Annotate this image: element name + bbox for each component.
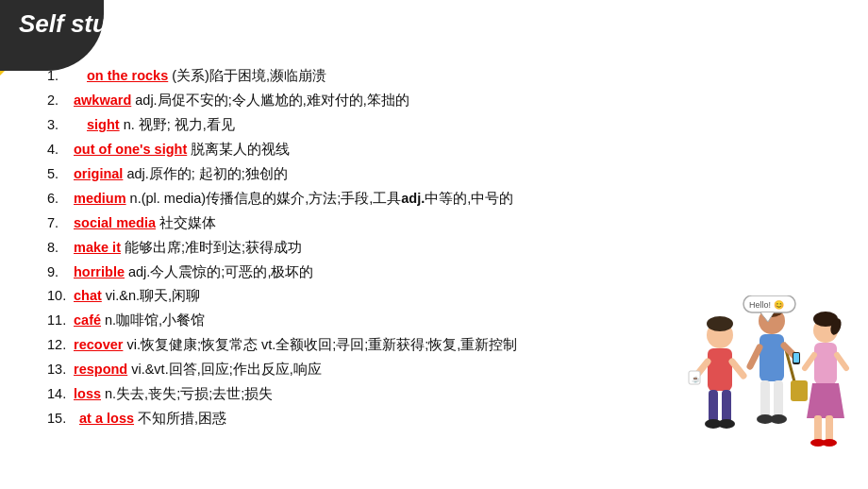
list-item: 3. sight n. 视野; 视力,看见	[47, 113, 679, 137]
definition: 社交媒体	[159, 211, 216, 235]
definition: 不知所措,困惑	[138, 407, 226, 430]
vocabulary-list: 1. on the rocks (关系)陷于困境,濒临崩溃 2. awkward…	[47, 64, 679, 480]
list-item: 1. on the rocks (关系)陷于困境,濒临崩溃	[47, 64, 679, 88]
keyword: on the rocks	[87, 64, 168, 88]
keyword: make it	[74, 236, 121, 260]
list-item: 5. original adj.原作的; 起初的;独创的	[47, 162, 679, 186]
svg-rect-7	[709, 390, 718, 423]
svg-point-23	[770, 414, 787, 424]
svg-text:Hello! 😊: Hello! 😊	[749, 299, 785, 311]
keyword: chat	[74, 284, 102, 308]
svg-point-10	[718, 419, 735, 429]
svg-text:☕: ☕	[692, 375, 700, 383]
list-item: 2. awkward adj.局促不安的;令人尴尬的,难对付的,笨拙的	[47, 89, 679, 112]
keyword: loss	[74, 382, 101, 406]
item-number: 12.	[47, 333, 74, 357]
item-number: 11.	[47, 309, 74, 332]
definition: n.咖啡馆,小餐馆	[105, 309, 205, 332]
svg-rect-2	[708, 348, 732, 391]
definition: n.(pl. media)传播信息的媒介,方法;手段,工具adj.中等的,中号的	[130, 187, 514, 211]
item-number: 15.	[47, 407, 74, 430]
definition: (关系)陷于困境,濒临崩溃	[172, 64, 326, 88]
svg-rect-27	[814, 343, 837, 384]
item-number: 10.	[47, 284, 74, 308]
definition: 能够出席;准时到达;获得成功	[125, 236, 302, 260]
keyword: respond	[74, 358, 127, 381]
svg-rect-20	[760, 380, 770, 418]
list-item: 15. at a loss 不知所措,困惑	[47, 407, 679, 430]
item-number: 13.	[47, 358, 74, 381]
svg-rect-13	[760, 334, 784, 381]
definition: adj.今人震惊的;可恶的,极坏的	[128, 261, 313, 284]
definition: 脱离某人的视线	[191, 138, 290, 161]
list-item: 7. social media 社交媒体	[47, 211, 679, 235]
svg-line-28	[805, 355, 814, 368]
item-number: 6.	[47, 187, 74, 211]
item-number: 3.	[47, 113, 74, 137]
keyword: original	[74, 162, 123, 186]
people-illustration: ☕	[684, 291, 859, 480]
keyword: sight	[87, 113, 120, 137]
definition: adj.局促不安的;令人尴尬的,难对付的,笨拙的	[135, 89, 409, 112]
item-number: 14.	[47, 382, 74, 406]
definition: vi.恢复健康;恢复常态 vt.全额收回;寻回;重新获得;恢复,重新控制	[126, 333, 517, 357]
item-number: 5.	[47, 162, 74, 186]
page-title: Self study (5 mins)	[19, 9, 237, 39]
list-item: 9. horrible adj.今人震惊的;可恶的,极坏的	[47, 261, 679, 284]
svg-rect-8	[722, 390, 731, 423]
list-item: 11. café n.咖啡馆,小餐馆	[47, 309, 679, 332]
item-number: 7.	[47, 211, 74, 235]
svg-point-34	[822, 439, 837, 447]
list-item: 4. out of one's sight 脱离某人的视线	[47, 138, 679, 161]
svg-line-16	[750, 347, 760, 366]
definition: n. 视野; 视力,看见	[124, 113, 235, 137]
svg-rect-32	[826, 415, 833, 442]
list-item: 6. medium n.(pl. media)传播信息的媒介,方法;手段,工具a…	[47, 187, 679, 211]
keyword: horrible	[74, 261, 125, 284]
svg-point-1	[707, 316, 733, 331]
keyword: medium	[74, 187, 126, 211]
item-number: 8.	[47, 236, 74, 260]
svg-line-4	[732, 362, 743, 376]
definition: vi.&n.聊天,闲聊	[106, 284, 200, 308]
keyword: café	[74, 309, 101, 332]
keyword: out of one's sight	[74, 138, 187, 161]
item-number: 9.	[47, 261, 74, 284]
svg-line-29	[837, 355, 846, 368]
list-item: 10. chat vi.&n.聊天,闲聊	[47, 284, 679, 308]
keyword: recover	[74, 333, 123, 357]
keyword: awkward	[74, 89, 131, 112]
definition: n.失去,丧失;亏损;去世;损失	[105, 382, 273, 406]
list-item: 14. loss n.失去,丧失;亏损;去世;损失	[47, 382, 679, 406]
list-item: 13. respond vi.&vt.回答,回应;作出反应,响应	[47, 358, 679, 381]
list-item: 12. recover vi.恢复健康;恢复常态 vt.全额收回;寻回;重新获得…	[47, 333, 679, 357]
definition: adj.原作的; 起初的;独创的	[126, 162, 287, 186]
svg-marker-30	[807, 383, 844, 418]
list-item: 8. make it 能够出席;准时到达;获得成功	[47, 236, 679, 260]
svg-rect-19	[793, 353, 799, 363]
svg-rect-31	[814, 415, 822, 442]
svg-rect-21	[774, 380, 783, 418]
item-number: 4.	[47, 138, 74, 161]
keyword: social media	[74, 211, 156, 235]
keyword: at a loss	[79, 407, 134, 430]
svg-rect-15	[791, 380, 808, 401]
item-number: 2.	[47, 89, 74, 112]
definition: vi.&vt.回答,回应;作出反应,响应	[131, 358, 322, 381]
